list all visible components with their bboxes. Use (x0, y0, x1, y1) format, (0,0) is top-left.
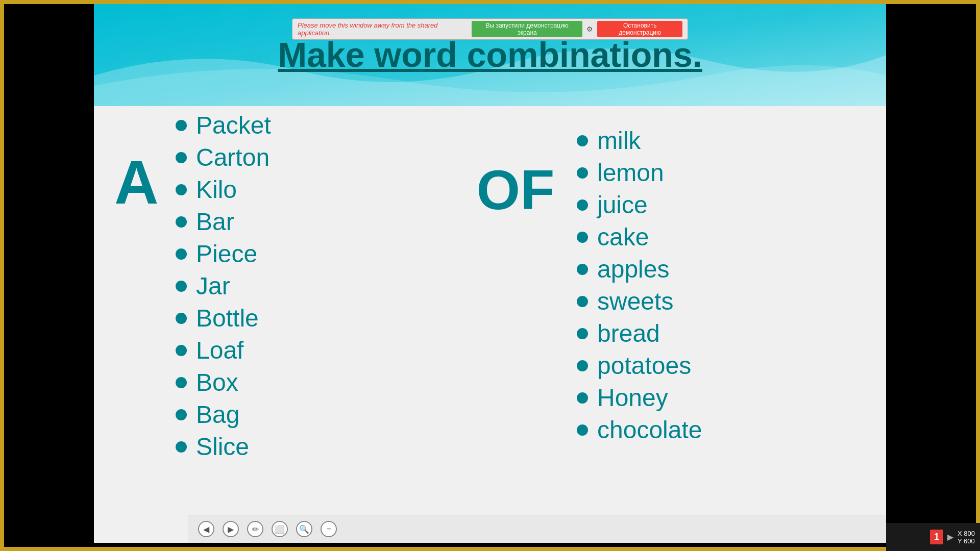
item-text: chocolate (597, 416, 702, 444)
item-text: Loaf (196, 336, 243, 364)
item-text: Slice (196, 433, 249, 461)
letter-a: A (114, 147, 165, 217)
right-list-items: milk lemon juice cake apples sweets brea… (577, 127, 866, 444)
pen-button[interactable]: ✏ (247, 521, 263, 537)
x-coord: X 800 (958, 530, 975, 537)
bullet-dot (176, 120, 187, 131)
content-area: A Packet Carton Kilo Bar Piece Jar Bottl… (94, 96, 886, 512)
notification-bar: Please move this window away from the sh… (292, 18, 688, 40)
slide-number-icon: 1 (930, 530, 943, 544)
item-text: potatoes (597, 352, 691, 380)
list-item: sweets (577, 287, 866, 315)
bullet-dot (577, 199, 588, 211)
list-item: milk (577, 127, 866, 155)
item-text: Packet (196, 111, 271, 139)
item-text: milk (597, 127, 641, 155)
item-text: Box (196, 368, 238, 396)
item-text: Jar (196, 272, 230, 300)
slide-container: Please move this window away from the sh… (94, 4, 886, 543)
bullet-dot (176, 313, 187, 324)
list-item: potatoes (577, 352, 866, 380)
item-text: apples (597, 255, 669, 283)
list-item: Box (176, 368, 464, 396)
item-text: Bar (196, 208, 234, 236)
list-item: bread (577, 319, 866, 347)
list-item: apples (577, 255, 866, 283)
item-text: cake (597, 223, 649, 251)
left-word-list: Packet Carton Kilo Bar Piece Jar Bottle … (176, 106, 464, 465)
bullet-dot (577, 264, 588, 275)
item-text: Bottle (196, 304, 259, 332)
bullet-dot (176, 152, 187, 163)
bullet-dot (577, 360, 588, 371)
bullet-dot (577, 328, 588, 339)
notification-message: Please move this window away from the sh… (298, 21, 468, 37)
item-text: Honey (597, 384, 668, 412)
arrow-icon: ▶ (947, 532, 953, 542)
next-button[interactable]: ▶ (223, 521, 239, 537)
list-item: Bar (176, 208, 464, 236)
item-text: lemon (597, 159, 664, 187)
item-text: Piece (196, 240, 257, 268)
bottom-toolbar: ◀ ▶ ✏ ⬜ 🔍 − (188, 515, 886, 543)
bullet-dot (176, 409, 187, 420)
bullet-dot (577, 392, 588, 404)
bullet-dot (176, 248, 187, 260)
list-item: lemon (577, 159, 866, 187)
item-text: sweets (597, 287, 673, 315)
left-list-items: Packet Carton Kilo Bar Piece Jar Bottle … (176, 111, 464, 461)
list-item: Bag (176, 400, 464, 429)
list-item: Honey (577, 384, 866, 412)
bullet-dot (176, 216, 187, 228)
item-text: Kilo (196, 176, 237, 204)
zoom-out-button[interactable]: − (321, 521, 337, 537)
zoom-in-button[interactable]: 🔍 (296, 521, 312, 537)
sharing-button[interactable]: Вы запустили демонстрацию экрана (472, 21, 582, 37)
bullet-dot (577, 135, 588, 146)
list-item: cake (577, 223, 866, 251)
item-text: bread (597, 319, 660, 347)
item-text: juice (597, 191, 648, 219)
stop-demo-button[interactable]: Остановить демонстрацию (597, 21, 682, 37)
eraser-button[interactable]: ⬜ (272, 521, 288, 537)
item-text: Carton (196, 143, 270, 171)
bullet-dot (176, 377, 187, 388)
y-coord: Y 600 (958, 537, 975, 545)
word-of: OF (475, 157, 556, 222)
bullet-dot (176, 345, 187, 356)
bullet-dot (577, 167, 588, 179)
bullet-dot (176, 281, 187, 292)
list-item: Loaf (176, 336, 464, 364)
bullet-dot (577, 296, 588, 307)
list-item: chocolate (577, 416, 866, 444)
prev-button[interactable]: ◀ (198, 521, 214, 537)
settings-icon: ⚙ (586, 25, 593, 33)
slide-title: Make word combinations. (94, 35, 886, 74)
list-item: Slice (176, 433, 464, 461)
bullet-dot (577, 424, 588, 436)
list-item: Kilo (176, 176, 464, 204)
list-item: juice (577, 191, 866, 219)
list-item: Piece (176, 240, 464, 268)
bullet-dot (176, 184, 187, 195)
bullet-dot (577, 232, 588, 243)
right-word-list: milk lemon juice cake apples sweets brea… (577, 106, 866, 448)
list-item: Packet (176, 111, 464, 139)
list-item: Carton (176, 143, 464, 171)
item-text: Bag (196, 400, 239, 429)
list-item: Jar (176, 272, 464, 300)
list-item: Bottle (176, 304, 464, 332)
coords-display: 1 ▶ X 800 Y 600 (886, 523, 980, 551)
bullet-dot (176, 441, 187, 453)
